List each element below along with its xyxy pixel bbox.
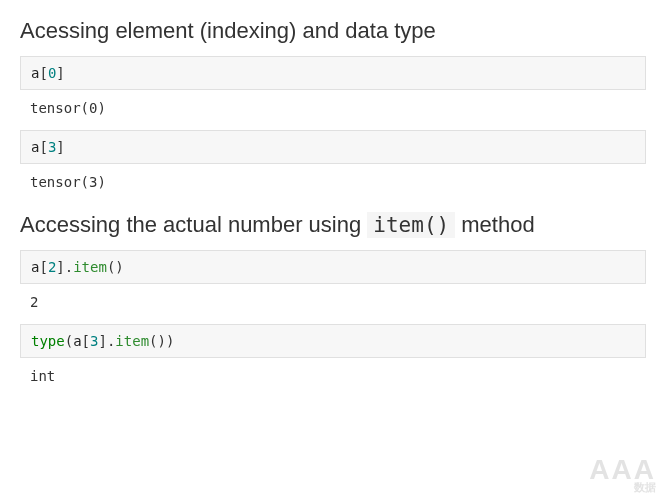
code-token: ] <box>56 259 64 275</box>
inline-code: item() <box>367 212 455 238</box>
code-token: () <box>107 259 124 275</box>
code-token: ] <box>56 65 64 81</box>
heading-text-pre: Accessing the actual number using <box>20 212 367 237</box>
code-token: [ <box>39 259 47 275</box>
code-token: [ <box>82 333 90 349</box>
code-token: ) <box>166 333 174 349</box>
code-token: [ <box>39 139 47 155</box>
code-token: [ <box>39 65 47 81</box>
code-token: item <box>115 333 149 349</box>
code-cell-3: a[2].item() <box>20 250 646 284</box>
heading-text-post: method <box>455 212 535 237</box>
code-token: . <box>65 259 73 275</box>
code-token: () <box>149 333 166 349</box>
output-cell-4: int <box>20 358 646 398</box>
code-token: ( <box>65 333 73 349</box>
code-cell-1: a[0] <box>20 56 646 90</box>
output-cell-1: tensor(0) <box>20 90 646 130</box>
section-heading-2: Accessing the actual number using item()… <box>20 212 646 238</box>
output-cell-3: 2 <box>20 284 646 324</box>
code-token: type <box>31 333 65 349</box>
output-cell-2: tensor(3) <box>20 164 646 204</box>
section-heading-1: Acessing element (indexing) and data typ… <box>20 18 646 44</box>
code-cell-2: a[3] <box>20 130 646 164</box>
code-token: item <box>73 259 107 275</box>
code-token: ] <box>98 333 106 349</box>
code-token: ] <box>56 139 64 155</box>
code-cell-4: type(a[3].item()) <box>20 324 646 358</box>
code-token: a <box>73 333 81 349</box>
